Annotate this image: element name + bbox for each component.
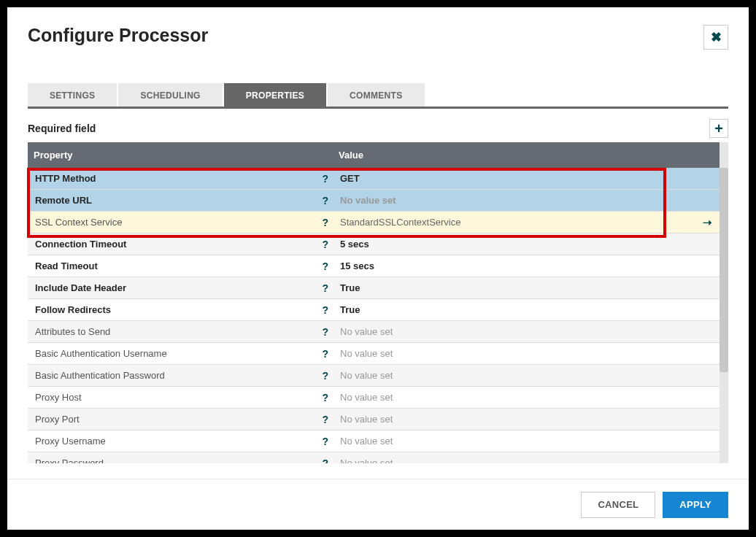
help-icon[interactable]: ? xyxy=(322,392,328,403)
property-name-cell: HTTP Method? xyxy=(28,173,333,185)
property-row[interactable]: Proxy Username?No value set xyxy=(28,430,720,452)
configure-processor-dialog: Configure Processor ✖ SETTINGS SCHEDULIN… xyxy=(7,7,749,530)
property-name-cell: Proxy Password? xyxy=(28,457,333,464)
property-value: No value set xyxy=(340,326,393,337)
property-name: HTTP Method xyxy=(35,173,96,184)
property-row[interactable]: Follow Redirects?True xyxy=(28,299,720,321)
help-icon[interactable]: ? xyxy=(322,436,328,447)
property-value-cell[interactable]: 15 secs xyxy=(333,260,720,271)
close-button[interactable]: ✖ xyxy=(703,25,728,50)
property-value-cell[interactable]: No value set xyxy=(333,436,720,447)
help-icon[interactable]: ? xyxy=(322,348,328,360)
property-value: True xyxy=(340,282,360,293)
property-name: Basic Authentication Password xyxy=(35,370,165,381)
help-icon[interactable]: ? xyxy=(322,217,328,228)
property-value-cell[interactable]: StandardSSLContextService➝ xyxy=(333,216,720,229)
property-name-cell: Attributes to Send? xyxy=(28,326,333,338)
dialog-title: Configure Processor xyxy=(28,25,208,46)
property-name: Proxy Host xyxy=(35,392,82,403)
help-icon[interactable]: ? xyxy=(322,457,328,464)
property-value: No value set xyxy=(340,370,393,381)
tab-properties[interactable]: PROPERTIES xyxy=(224,83,326,107)
property-name: Proxy Port xyxy=(35,414,80,425)
property-name: Follow Redirects xyxy=(35,304,111,315)
property-value: No value set xyxy=(340,392,393,403)
property-name: Basic Authentication Username xyxy=(35,348,167,359)
required-field-label: Required field xyxy=(28,123,96,134)
help-icon[interactable]: ? xyxy=(322,260,328,272)
property-row[interactable]: Proxy Port?No value set xyxy=(28,409,720,430)
property-value: 5 secs xyxy=(340,239,369,250)
property-row[interactable]: Remote URL?No value set xyxy=(28,190,720,212)
property-value: True xyxy=(340,304,360,315)
help-icon[interactable]: ? xyxy=(322,326,328,338)
grid-header: Property Value xyxy=(28,142,720,168)
property-value-cell[interactable]: No value set xyxy=(333,348,720,359)
property-value: StandardSSLContextService xyxy=(340,217,460,228)
property-name-cell: SSL Context Service? xyxy=(28,217,333,228)
property-value-cell[interactable]: No value set xyxy=(333,457,720,463)
grid-body[interactable]: HTTP Method?GETRemote URL?No value setSS… xyxy=(28,168,720,463)
dialog-footer: CANCEL APPLY xyxy=(7,479,749,530)
scrollbar-thumb[interactable] xyxy=(720,168,728,372)
close-icon: ✖ xyxy=(711,29,722,45)
property-value-cell[interactable]: GET xyxy=(333,173,720,184)
dialog-header: Configure Processor ✖ xyxy=(7,7,749,50)
help-icon[interactable]: ? xyxy=(322,239,328,250)
property-row[interactable]: Proxy Password?No value set xyxy=(28,452,720,463)
property-name-cell: Follow Redirects? xyxy=(28,304,333,316)
property-row[interactable]: Read Timeout?15 secs xyxy=(28,255,720,277)
goto-service-icon[interactable]: ➝ xyxy=(703,216,712,229)
property-name-cell: Proxy Username? xyxy=(28,436,333,447)
help-icon[interactable]: ? xyxy=(322,414,328,425)
apply-button[interactable]: APPLY xyxy=(663,492,728,518)
property-row[interactable]: Proxy Host?No value set xyxy=(28,387,720,409)
property-value-cell[interactable]: 5 secs xyxy=(333,239,720,250)
property-name-cell: Basic Authentication Password? xyxy=(28,370,333,382)
property-row[interactable]: Basic Authentication Username?No value s… xyxy=(28,343,720,365)
column-header-value: Value xyxy=(333,142,720,168)
cancel-button[interactable]: CANCEL xyxy=(581,492,655,518)
property-value: No value set xyxy=(340,436,393,447)
property-row[interactable]: Include Date Header?True xyxy=(28,277,720,299)
property-name: Remote URL xyxy=(35,195,92,206)
property-value-cell[interactable]: No value set xyxy=(333,392,720,403)
tab-settings[interactable]: SETTINGS xyxy=(28,83,117,107)
property-value: No value set xyxy=(340,348,393,359)
property-value: No value set xyxy=(340,195,396,206)
property-row[interactable]: Connection Timeout?5 secs xyxy=(28,233,720,255)
property-value-cell[interactable]: True xyxy=(333,282,720,293)
property-name: Proxy Password xyxy=(35,457,104,463)
property-value: No value set xyxy=(340,414,393,425)
help-icon[interactable]: ? xyxy=(322,282,328,294)
properties-grid: Property Value HTTP Method?GETRemote URL… xyxy=(28,142,728,463)
property-value-cell[interactable]: No value set xyxy=(333,195,720,206)
help-icon[interactable]: ? xyxy=(322,195,328,206)
property-name-cell: Connection Timeout? xyxy=(28,239,333,250)
property-name-cell: Proxy Host? xyxy=(28,392,333,403)
property-row[interactable]: Attributes to Send?No value set xyxy=(28,321,720,343)
add-property-button[interactable]: + xyxy=(709,119,728,138)
property-row[interactable]: HTTP Method?GET xyxy=(28,168,720,190)
tab-comments[interactable]: COMMENTS xyxy=(328,83,424,107)
property-row[interactable]: SSL Context Service?StandardSSLContextSe… xyxy=(28,212,720,233)
property-name: Read Timeout xyxy=(35,260,98,271)
help-icon[interactable]: ? xyxy=(322,370,328,382)
property-value-cell[interactable]: No value set xyxy=(333,326,720,337)
property-row[interactable]: Basic Authentication Password?No value s… xyxy=(28,365,720,387)
help-icon[interactable]: ? xyxy=(322,173,328,185)
property-name-cell: Read Timeout? xyxy=(28,260,333,272)
tab-bar: SETTINGS SCHEDULING PROPERTIES COMMENTS xyxy=(28,83,728,109)
property-name: Attributes to Send xyxy=(35,326,110,337)
property-name: Connection Timeout xyxy=(35,239,126,250)
property-value-cell[interactable]: No value set xyxy=(333,370,720,381)
properties-panel: Required field + Property Value HTTP Met… xyxy=(28,119,728,463)
help-icon[interactable]: ? xyxy=(322,304,328,316)
plus-icon: + xyxy=(714,121,723,136)
property-value-cell[interactable]: No value set xyxy=(333,414,720,425)
tab-scheduling[interactable]: SCHEDULING xyxy=(118,83,222,107)
property-value-cell[interactable]: True xyxy=(333,304,720,315)
property-name: SSL Context Service xyxy=(35,217,122,228)
property-name-cell: Remote URL? xyxy=(28,195,333,206)
property-name-cell: Basic Authentication Username? xyxy=(28,348,333,360)
